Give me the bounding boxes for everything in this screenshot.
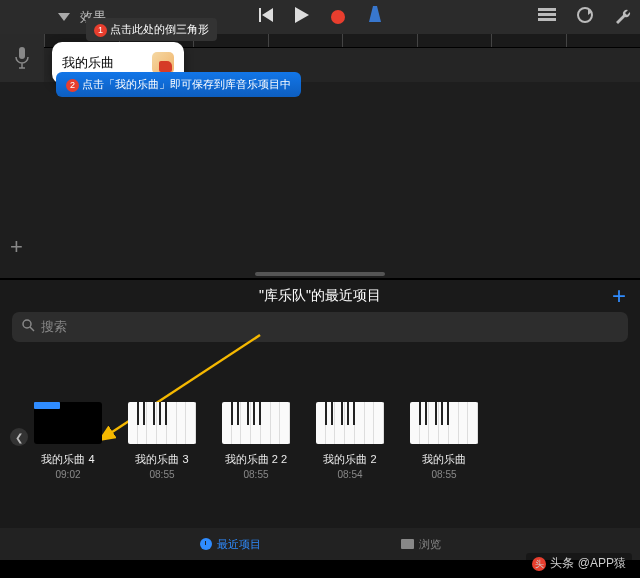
garageband-icon — [152, 52, 174, 74]
project-name: 我的乐曲 4 — [41, 452, 94, 467]
svg-point-5 — [23, 320, 31, 328]
search-input[interactable]: 搜索 — [12, 312, 628, 342]
tip-text-2: 点击「我的乐曲」即可保存到库音乐项目中 — [82, 78, 291, 90]
mic-track-icon[interactable] — [0, 34, 44, 82]
svg-rect-2 — [538, 18, 556, 21]
horizontal-scrollbar[interactable] — [255, 272, 385, 276]
project-item[interactable]: 我的乐曲 2 2 08:55 — [222, 402, 290, 480]
play-icon[interactable] — [295, 7, 309, 27]
project-name: 我的乐曲 3 — [135, 452, 188, 467]
wrench-icon[interactable] — [614, 6, 632, 28]
tab-browse[interactable]: 浏览 — [401, 537, 441, 552]
svg-point-3 — [578, 8, 592, 22]
tab-label: 最近项目 — [217, 537, 261, 552]
watermark-text: 头条 @APP猿 — [550, 556, 626, 570]
clock-icon — [200, 538, 212, 550]
project-name: 我的乐曲 2 — [323, 452, 376, 467]
project-time: 08:55 — [431, 469, 456, 480]
tip-badge-1: 1 — [94, 24, 107, 37]
project-item[interactable]: 我的乐曲 4 09:02 — [34, 402, 102, 480]
svg-rect-0 — [538, 8, 556, 11]
project-time: 08:55 — [243, 469, 268, 480]
triangle-dropdown[interactable] — [58, 13, 70, 21]
svg-rect-4 — [19, 47, 25, 59]
project-thumb — [222, 402, 290, 444]
project-time: 08:55 — [149, 469, 174, 480]
loop-icon[interactable] — [576, 6, 594, 28]
search-placeholder: 搜索 — [41, 318, 67, 336]
record-button[interactable] — [331, 10, 345, 24]
project-item[interactable]: 我的乐曲 3 08:55 — [128, 402, 196, 480]
tip-bubble-2: 2点击「我的乐曲」即可保存到库音乐项目中 — [56, 72, 301, 97]
project-thumb — [410, 402, 478, 444]
project-name: 我的乐曲 2 2 — [225, 452, 287, 467]
library-title: "库乐队"的最近项目 — [259, 287, 381, 305]
add-project-button[interactable]: + — [612, 282, 626, 310]
tip-bubble-1: 1点击此处的倒三角形 — [86, 18, 217, 41]
rewind-icon[interactable] — [257, 8, 273, 26]
project-name: 我的乐曲 — [422, 452, 466, 467]
project-thumb — [316, 402, 384, 444]
project-item[interactable]: 我的乐曲 08:55 — [410, 402, 478, 480]
tip-badge-2: 2 — [66, 79, 79, 92]
search-icon — [22, 319, 35, 335]
tip-text-1: 点击此处的倒三角形 — [110, 23, 209, 35]
project-time: 09:02 — [55, 469, 80, 480]
project-thumb — [128, 402, 196, 444]
metronome-icon[interactable] — [367, 6, 383, 28]
toutiao-logo-icon: 头 — [532, 557, 546, 571]
project-item[interactable]: 我的乐曲 2 08:54 — [316, 402, 384, 480]
popup-item-label: 我的乐曲 — [62, 54, 114, 72]
add-track-button[interactable]: + — [10, 234, 23, 260]
project-thumb-selected — [34, 402, 102, 444]
tab-recent[interactable]: 最近项目 — [200, 537, 261, 552]
tab-label: 浏览 — [419, 537, 441, 552]
tracks-icon[interactable] — [538, 8, 556, 26]
watermark: 头头条 @APP猿 — [526, 553, 632, 574]
project-time: 08:54 — [337, 469, 362, 480]
folder-icon — [401, 539, 414, 549]
svg-rect-1 — [538, 13, 556, 16]
